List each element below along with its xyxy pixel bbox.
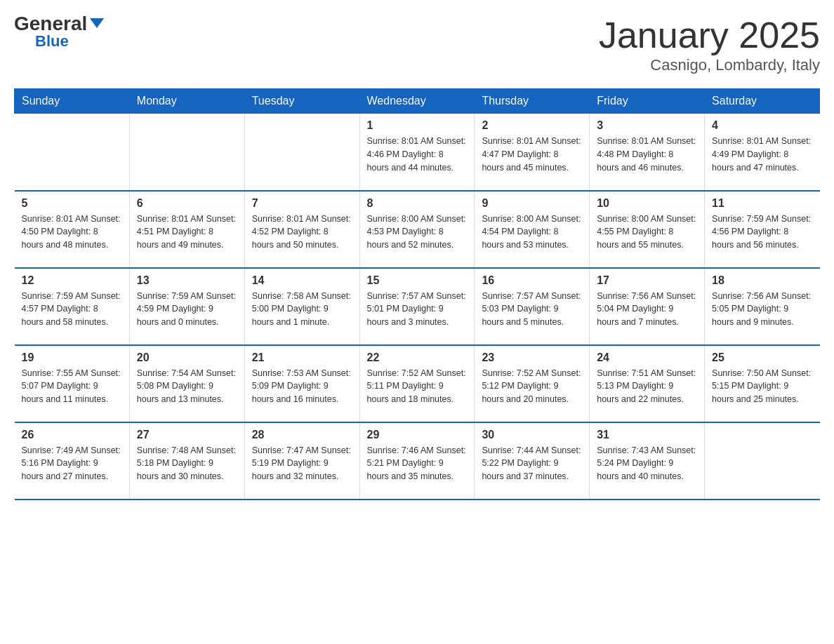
day-info: Sunrise: 7:54 AM Sunset: 5:08 PM Dayligh…: [137, 367, 237, 406]
calendar-cell: 9Sunrise: 8:00 AM Sunset: 4:54 PM Daylig…: [475, 191, 590, 268]
day-number: 21: [252, 351, 352, 364]
calendar-cell: 23Sunrise: 7:52 AM Sunset: 5:12 PM Dayli…: [475, 345, 590, 422]
day-number: 16: [482, 274, 582, 287]
calendar-cell: 10Sunrise: 8:00 AM Sunset: 4:55 PM Dayli…: [590, 191, 705, 268]
day-number: 5: [22, 197, 122, 210]
calendar-cell: 17Sunrise: 7:56 AM Sunset: 5:04 PM Dayli…: [590, 268, 705, 345]
calendar-cell: 1Sunrise: 8:01 AM Sunset: 4:46 PM Daylig…: [359, 114, 475, 191]
calendar-cell: 4Sunrise: 8:01 AM Sunset: 4:49 PM Daylig…: [705, 114, 820, 191]
calendar-week-row: 5Sunrise: 8:01 AM Sunset: 4:50 PM Daylig…: [15, 191, 820, 268]
day-number: 29: [367, 429, 468, 441]
day-info: Sunrise: 7:52 AM Sunset: 5:12 PM Dayligh…: [482, 367, 582, 406]
calendar-week-row: 1Sunrise: 8:01 AM Sunset: 4:46 PM Daylig…: [15, 114, 820, 191]
calendar-week-row: 19Sunrise: 7:55 AM Sunset: 5:07 PM Dayli…: [15, 345, 820, 422]
day-info: Sunrise: 7:59 AM Sunset: 4:56 PM Dayligh…: [712, 213, 812, 252]
location: Casnigo, Lombardy, Italy: [599, 56, 820, 74]
day-number: 17: [597, 274, 697, 287]
day-number: 4: [712, 119, 812, 132]
calendar-cell: 27Sunrise: 7:48 AM Sunset: 5:18 PM Dayli…: [129, 422, 244, 499]
calendar-table: SundayMondayTuesdayWednesdayThursdayFrid…: [14, 88, 820, 500]
day-info: Sunrise: 8:01 AM Sunset: 4:49 PM Dayligh…: [712, 135, 812, 174]
day-info: Sunrise: 7:50 AM Sunset: 5:15 PM Dayligh…: [712, 367, 812, 406]
calendar-cell: 29Sunrise: 7:46 AM Sunset: 5:21 PM Dayli…: [359, 422, 475, 499]
calendar-cell: 31Sunrise: 7:43 AM Sunset: 5:24 PM Dayli…: [590, 422, 705, 499]
day-number: 6: [137, 197, 237, 210]
calendar-cell: 7Sunrise: 8:01 AM Sunset: 4:52 PM Daylig…: [244, 191, 359, 268]
day-info: Sunrise: 7:57 AM Sunset: 5:01 PM Dayligh…: [367, 290, 468, 329]
day-info: Sunrise: 8:01 AM Sunset: 4:52 PM Dayligh…: [252, 213, 352, 252]
calendar-cell: 2Sunrise: 8:01 AM Sunset: 4:47 PM Daylig…: [475, 114, 590, 191]
day-info: Sunrise: 7:55 AM Sunset: 5:07 PM Dayligh…: [22, 367, 122, 406]
day-info: Sunrise: 7:57 AM Sunset: 5:03 PM Dayligh…: [482, 290, 582, 329]
day-number: 10: [597, 197, 697, 210]
day-info: Sunrise: 8:01 AM Sunset: 4:46 PM Dayligh…: [367, 135, 468, 174]
day-number: 25: [712, 351, 812, 364]
day-number: 30: [482, 429, 582, 441]
calendar-cell: 15Sunrise: 7:57 AM Sunset: 5:01 PM Dayli…: [359, 268, 475, 345]
calendar-cell: 28Sunrise: 7:47 AM Sunset: 5:19 PM Dayli…: [244, 422, 359, 499]
calendar-week-row: 26Sunrise: 7:49 AM Sunset: 5:16 PM Dayli…: [15, 422, 820, 499]
calendar-cell: 14Sunrise: 7:58 AM Sunset: 5:00 PM Dayli…: [244, 268, 359, 345]
day-number: 11: [712, 197, 812, 210]
day-info: Sunrise: 8:01 AM Sunset: 4:48 PM Dayligh…: [597, 135, 697, 174]
day-number: 24: [597, 351, 697, 364]
calendar-cell: 20Sunrise: 7:54 AM Sunset: 5:08 PM Dayli…: [129, 345, 244, 422]
logo-blue-text: Blue: [35, 34, 69, 49]
day-number: 7: [252, 197, 352, 210]
calendar-cell: 13Sunrise: 7:59 AM Sunset: 4:59 PM Dayli…: [129, 268, 244, 345]
day-number: 19: [22, 351, 122, 364]
calendar-day-header: Wednesday: [359, 89, 475, 114]
day-number: 3: [597, 119, 697, 132]
calendar-header-row: SundayMondayTuesdayWednesdayThursdayFrid…: [15, 89, 820, 114]
calendar-day-header: Saturday: [705, 89, 820, 114]
calendar-cell: 18Sunrise: 7:56 AM Sunset: 5:05 PM Dayli…: [705, 268, 820, 345]
page-header: General Blue January 2025 Casnigo, Lomba…: [14, 14, 820, 74]
day-info: Sunrise: 7:53 AM Sunset: 5:09 PM Dayligh…: [252, 367, 352, 406]
calendar-cell: 25Sunrise: 7:50 AM Sunset: 5:15 PM Dayli…: [705, 345, 820, 422]
calendar-cell: [15, 114, 130, 191]
logo-triangle-icon: [90, 18, 104, 28]
day-info: Sunrise: 7:47 AM Sunset: 5:19 PM Dayligh…: [252, 444, 352, 483]
day-number: 22: [367, 351, 468, 364]
day-info: Sunrise: 7:51 AM Sunset: 5:13 PM Dayligh…: [597, 367, 697, 406]
day-number: 15: [367, 274, 468, 287]
day-info: Sunrise: 7:43 AM Sunset: 5:24 PM Dayligh…: [597, 444, 697, 483]
calendar-cell: [129, 114, 244, 191]
day-info: Sunrise: 7:52 AM Sunset: 5:11 PM Dayligh…: [367, 367, 468, 406]
day-number: 23: [482, 351, 582, 364]
calendar-cell: 21Sunrise: 7:53 AM Sunset: 5:09 PM Dayli…: [244, 345, 359, 422]
day-info: Sunrise: 7:58 AM Sunset: 5:00 PM Dayligh…: [252, 290, 352, 329]
calendar-cell: 19Sunrise: 7:55 AM Sunset: 5:07 PM Dayli…: [15, 345, 130, 422]
calendar-day-header: Friday: [590, 89, 705, 114]
day-info: Sunrise: 7:56 AM Sunset: 5:05 PM Dayligh…: [712, 290, 812, 329]
day-info: Sunrise: 7:56 AM Sunset: 5:04 PM Dayligh…: [597, 290, 697, 329]
calendar-cell: 16Sunrise: 7:57 AM Sunset: 5:03 PM Dayli…: [475, 268, 590, 345]
logo-general-text: General: [14, 14, 87, 34]
day-number: 31: [597, 429, 697, 441]
calendar-day-header: Monday: [129, 89, 244, 114]
logo: General Blue: [14, 14, 104, 49]
day-number: 26: [22, 429, 122, 441]
calendar-cell: 30Sunrise: 7:44 AM Sunset: 5:22 PM Dayli…: [475, 422, 590, 499]
calendar-cell: 24Sunrise: 7:51 AM Sunset: 5:13 PM Dayli…: [590, 345, 705, 422]
day-info: Sunrise: 7:59 AM Sunset: 4:57 PM Dayligh…: [22, 290, 122, 329]
day-number: 20: [137, 351, 237, 364]
day-number: 14: [252, 274, 352, 287]
day-info: Sunrise: 7:49 AM Sunset: 5:16 PM Dayligh…: [22, 444, 122, 483]
calendar-week-row: 12Sunrise: 7:59 AM Sunset: 4:57 PM Dayli…: [15, 268, 820, 345]
calendar-day-header: Tuesday: [244, 89, 359, 114]
calendar-cell: 22Sunrise: 7:52 AM Sunset: 5:11 PM Dayli…: [359, 345, 475, 422]
calendar-cell: 6Sunrise: 8:01 AM Sunset: 4:51 PM Daylig…: [129, 191, 244, 268]
calendar-cell: 11Sunrise: 7:59 AM Sunset: 4:56 PM Dayli…: [705, 191, 820, 268]
day-info: Sunrise: 7:44 AM Sunset: 5:22 PM Dayligh…: [482, 444, 582, 483]
day-info: Sunrise: 8:00 AM Sunset: 4:53 PM Dayligh…: [367, 213, 468, 252]
calendar-cell: [705, 422, 820, 499]
calendar-cell: 8Sunrise: 8:00 AM Sunset: 4:53 PM Daylig…: [359, 191, 475, 268]
calendar-cell: 12Sunrise: 7:59 AM Sunset: 4:57 PM Dayli…: [15, 268, 130, 345]
day-number: 18: [712, 274, 812, 287]
day-info: Sunrise: 7:46 AM Sunset: 5:21 PM Dayligh…: [367, 444, 468, 483]
calendar-cell: 3Sunrise: 8:01 AM Sunset: 4:48 PM Daylig…: [590, 114, 705, 191]
day-info: Sunrise: 8:00 AM Sunset: 4:54 PM Dayligh…: [482, 213, 582, 252]
day-number: 1: [367, 119, 468, 132]
day-number: 28: [252, 429, 352, 441]
